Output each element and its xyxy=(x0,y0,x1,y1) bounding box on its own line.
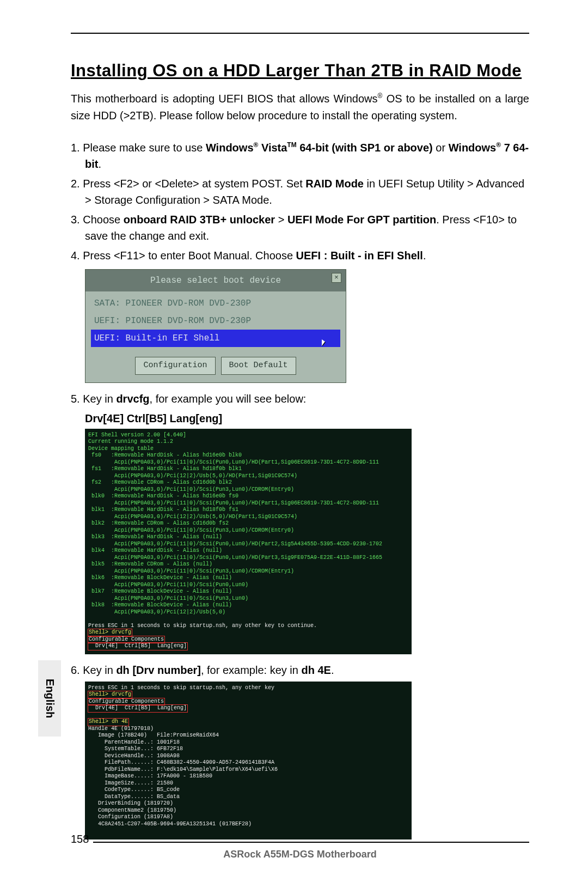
boot-item-sata[interactable]: SATA: PIONEER DVD-ROM DVD-230P xyxy=(91,295,340,312)
s4c: . xyxy=(423,250,426,261)
boot-button-row: Configuration Boot Default xyxy=(85,352,346,382)
s1a: 1. Please make sure to use xyxy=(71,142,206,154)
page-footer: 158 ASRock A55M-DGS Motherboard xyxy=(71,833,529,860)
intro-a: This motherboard is adopting UEFI BIOS t… xyxy=(71,93,378,105)
boot-header: Please select boot device × xyxy=(85,270,346,291)
step-3: 3. Choose onboard RAID 3TB+ unlocker > U… xyxy=(71,211,529,244)
configuration-button[interactable]: Configuration xyxy=(135,357,215,375)
s3b: onboard RAID 3TB+ unlocker xyxy=(124,214,275,226)
page-number: 158 xyxy=(71,833,89,845)
s6a: 6. Key in xyxy=(71,664,116,676)
s1c: Vista xyxy=(258,142,287,154)
page-title: Installing OS on a HDD Larger Than 2TB i… xyxy=(71,61,529,81)
s1d: 64-bit (with SP1 or above) xyxy=(297,142,433,154)
s3a: 3. Choose xyxy=(71,214,124,226)
boot-item-uefi-dvd[interactable]: UEFI: PIONEER DVD-ROM DVD-230P xyxy=(91,312,340,330)
s1e: or xyxy=(433,142,449,154)
s6e: . xyxy=(331,664,334,676)
efi-shell-screenshot-2: Press ESC in 1 seconds to skip startup.n… xyxy=(85,682,412,840)
step-1: 1. Please make sure to use Windows® Vist… xyxy=(71,139,529,172)
step-6: 6. Key in dh [Drv number], for example: … xyxy=(71,662,529,678)
language-label: English xyxy=(44,679,56,718)
s5b: drvcfg xyxy=(116,393,149,405)
step-2: 2. Press <F2> or <Delete> at system POST… xyxy=(71,175,529,208)
footer-text: ASRock A55M-DGS Motherboard xyxy=(71,849,529,860)
s2a: 2. Press <F2> or <Delete> at system POST… xyxy=(71,178,305,190)
boot-list: SATA: PIONEER DVD-ROM DVD-230P UEFI: PIO… xyxy=(85,291,346,352)
boot-header-text: Please select boot device xyxy=(150,274,281,287)
language-tab: English xyxy=(38,660,61,737)
s6c: , for example: key in xyxy=(201,664,302,676)
boot-device-screenshot: Please select boot device × SATA: PIONEE… xyxy=(85,269,529,383)
intro-text: This motherboard is adopting UEFI BIOS t… xyxy=(71,90,529,124)
boot-item-uefi-shell[interactable]: UEFI: Built-in EFI Shell xyxy=(91,330,340,347)
s3c: > xyxy=(275,214,287,226)
drv-line: Drv[4E] Ctrl[B5] Lang[eng] xyxy=(85,410,529,427)
s1h: . xyxy=(98,158,101,170)
s1b: Windows® VistaTM 64-bit (with SP1 or abo… xyxy=(206,142,433,154)
close-icon[interactable]: × xyxy=(332,273,341,283)
s2b: RAID Mode xyxy=(305,178,364,190)
step-4: 4. Press <F11> to enter Boot Manual. Cho… xyxy=(71,247,529,264)
boot-default-button[interactable]: Boot Default xyxy=(221,357,296,375)
s6b: dh [Drv number] xyxy=(116,664,201,676)
s6d: dh 4E xyxy=(301,664,330,676)
s1f-t: Windows xyxy=(449,142,497,154)
s4b: UEFI : Built - in EFI Shell xyxy=(296,250,423,261)
boot-dialog: Please select boot device × SATA: PIONEE… xyxy=(85,269,346,383)
s1b-t: Windows xyxy=(206,142,254,154)
reg2: ® xyxy=(496,141,501,149)
s4a: 4. Press <F11> to enter Boot Manual. Cho… xyxy=(71,250,296,261)
s3d: UEFI Mode For GPT partition xyxy=(287,214,436,226)
s5c: , for example you will see below: xyxy=(150,393,307,405)
step-5: 5. Key in drvcfg, for example you will s… xyxy=(71,391,529,407)
efi-shell-screenshot-1: EFI Shell version 2.00 [4.640] Current r… xyxy=(85,429,412,654)
top-rule xyxy=(71,33,529,34)
footer-rule xyxy=(93,842,529,843)
steps-list: 1. Please make sure to use Windows® Vist… xyxy=(71,139,529,840)
tm: TM xyxy=(287,141,296,149)
s5a: 5. Key in xyxy=(71,393,116,405)
